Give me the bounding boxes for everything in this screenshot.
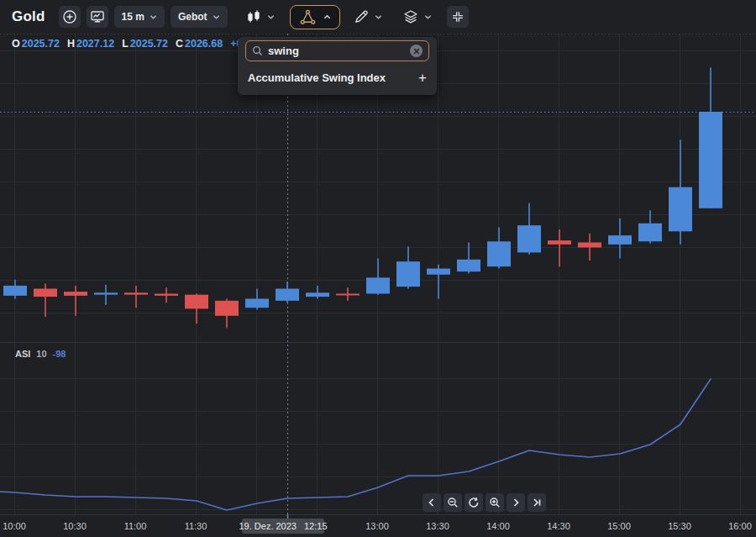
- chart-display-icon: [89, 8, 106, 25]
- result-label: Accumulative Swing Index: [248, 71, 386, 84]
- crosshair-time-badge: 19. Dez. 2023 12:15: [242, 519, 324, 534]
- chevron-down-icon: [267, 13, 275, 21]
- candle-13:15: [396, 261, 420, 287]
- candle-15:15: [638, 224, 662, 242]
- search-box[interactable]: [245, 40, 429, 61]
- open-label: O: [12, 38, 20, 50]
- time-label: 11:00: [124, 521, 147, 531]
- candle-12:30: [306, 292, 329, 297]
- step-forward-button[interactable]: [507, 493, 525, 512]
- indicators-button[interactable]: [290, 5, 340, 29]
- chart-type-button[interactable]: [240, 6, 280, 28]
- candle-14:15: [517, 225, 541, 252]
- bid-label: Gebot: [178, 11, 207, 23]
- magnifier-minus-icon: [447, 497, 459, 508]
- refresh-icon: [468, 497, 480, 508]
- chevron-right-bar-icon: [532, 498, 542, 508]
- low-value: 2025.72: [130, 38, 168, 50]
- time-label: 16:00: [728, 521, 752, 531]
- draw-tool-button[interactable]: [348, 6, 387, 28]
- close-label: C: [176, 38, 183, 50]
- chevron-down-icon: [150, 13, 157, 21]
- candle-12:45: [336, 293, 360, 295]
- add-symbol-button[interactable]: [59, 6, 81, 28]
- step-back-button[interactable]: [423, 493, 441, 512]
- ohlc-row: O2025.72 H2027.12 L2025.72 C2026.68 +0.6: [12, 38, 251, 50]
- chevron-right-icon: [511, 498, 521, 508]
- asi-param: 10: [36, 349, 46, 359]
- high-label: H: [67, 38, 75, 50]
- go-to-latest-button[interactable]: [528, 493, 546, 512]
- crosshair-time: 12:15: [304, 521, 328, 531]
- candle-11:00: [124, 292, 148, 294]
- time-label: 10:00: [3, 521, 26, 531]
- candles-icon: [245, 8, 262, 25]
- chevron-up-icon: [323, 13, 331, 21]
- clear-search-button[interactable]: [410, 45, 423, 57]
- chevron-down-icon: [375, 13, 382, 21]
- candle-15:00: [608, 235, 632, 245]
- crosshair-date: 19. Dez. 2023: [239, 521, 297, 531]
- candle-12:15: [276, 288, 299, 300]
- zoom-out-button[interactable]: [444, 493, 462, 512]
- layers-button[interactable]: [397, 6, 437, 28]
- asi-value: -98: [53, 349, 66, 359]
- candlestick-series: [3, 67, 722, 328]
- bid-select[interactable]: Gebot: [171, 6, 228, 28]
- chart-nav: [423, 493, 546, 512]
- search-input[interactable]: [268, 45, 405, 57]
- indicator-search-popup: Accumulative Swing Index +: [238, 37, 437, 95]
- candle-15:30: [669, 187, 692, 232]
- time-label: 13:30: [426, 521, 449, 531]
- candle-14:00: [487, 241, 511, 266]
- open-value: 2025.72: [22, 38, 60, 50]
- collapse-panes-button[interactable]: [447, 6, 469, 28]
- chevron-down-icon: [424, 13, 432, 21]
- symbol-title: Gold: [12, 8, 45, 25]
- candle-13:00: [366, 277, 390, 293]
- candle-13:30: [427, 269, 450, 275]
- collapse-panes-icon: [450, 9, 465, 24]
- candle-10:15: [34, 288, 57, 297]
- candle-10:30: [64, 292, 87, 296]
- magnifier-plus-icon: [489, 497, 501, 508]
- chart-display-button[interactable]: [87, 6, 108, 28]
- close-icon: [413, 48, 420, 55]
- time-label: 15:30: [668, 521, 691, 531]
- zoom-in-button[interactable]: [486, 493, 504, 512]
- candle-15:45: [699, 112, 722, 208]
- add-indicator-icon[interactable]: +: [418, 71, 427, 85]
- search-result-item[interactable]: Accumulative Swing Index +: [238, 61, 437, 93]
- candle-11:30: [185, 295, 208, 309]
- reset-chart-button[interactable]: [465, 493, 483, 512]
- toolbar: Gold 15 m Gebot: [0, 0, 756, 34]
- asi-legend[interactable]: ASI 10 -98: [15, 349, 66, 359]
- pencil-icon: [353, 8, 370, 25]
- time-label: 14:30: [547, 521, 570, 531]
- time-label: 15:00: [607, 521, 631, 531]
- candle-14:45: [578, 242, 601, 247]
- time-axis[interactable]: 10:0010:3011:0011:3013:0013:3014:0014:30…: [0, 514, 756, 537]
- low-label: L: [122, 38, 129, 50]
- candle-12:00: [245, 298, 269, 308]
- time-label: 13:00: [365, 521, 389, 531]
- timeframe-label: 15 m: [122, 11, 144, 23]
- high-value: 2027.12: [76, 38, 114, 50]
- candle-13:45: [457, 260, 480, 271]
- search-icon: [252, 45, 263, 56]
- indicators-icon: [299, 8, 317, 26]
- candle-10:45: [94, 292, 118, 294]
- time-label: 10:30: [63, 521, 87, 531]
- candle-11:15: [155, 293, 178, 295]
- candle-10:00: [3, 286, 27, 296]
- asi-title: ASI: [15, 349, 30, 359]
- time-label: 14:00: [486, 521, 510, 531]
- candle-11:45: [215, 301, 239, 316]
- layers-icon: [402, 8, 419, 25]
- time-label: 11:30: [185, 521, 207, 531]
- close-value: 2026.68: [185, 38, 223, 50]
- candle-14:30: [548, 240, 571, 245]
- chevron-left-icon: [427, 498, 437, 508]
- plus-circle-icon: [61, 8, 78, 25]
- timeframe-select[interactable]: 15 m: [114, 6, 165, 28]
